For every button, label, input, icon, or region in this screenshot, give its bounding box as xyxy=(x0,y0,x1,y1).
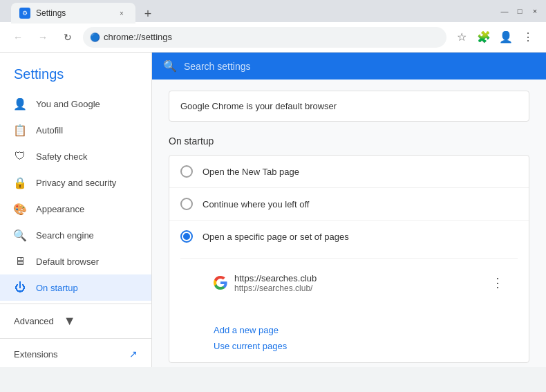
forward-button[interactable]: → xyxy=(33,28,53,47)
startup-page-url: https://searches.club xyxy=(234,273,482,283)
startup-pages-section: https://searches.club https://searches.c… xyxy=(180,258,518,310)
new-tab-button[interactable]: + xyxy=(138,4,158,24)
advanced-section: Advanced ▼ xyxy=(169,363,529,367)
content-inner: Google Chrome is your default browser On… xyxy=(152,80,546,367)
close-button[interactable]: × xyxy=(529,6,540,17)
sidebar-label-autofill: Autofill xyxy=(36,125,63,136)
sidebar-divider xyxy=(0,304,151,304)
on-startup-section-title: On startup xyxy=(169,136,529,147)
radio-circle-specific-pages xyxy=(180,230,193,243)
radio-label-new-tab: Open the New Tab page xyxy=(203,167,299,177)
bookmark-button[interactable]: ☆ xyxy=(452,28,471,47)
google-g-icon xyxy=(214,276,227,290)
sidebar-item-appearance[interactable]: 🎨 Appearance xyxy=(0,196,151,222)
default-browser-box: Google Chrome is your default browser xyxy=(169,91,529,122)
startup-page-info: https://searches.club https://searches.c… xyxy=(234,273,482,293)
palette-icon: 🎨 xyxy=(14,203,26,215)
power-icon: ⏻ xyxy=(14,281,26,294)
minimize-button[interactable]: — xyxy=(499,6,510,17)
title-bar: ⚙ Settings × + — □ × xyxy=(0,0,546,22)
sidebar-label-default-browser: Default browser xyxy=(36,256,99,267)
default-browser-text: Google Chrome is your default browser xyxy=(180,101,337,111)
maximize-button[interactable]: □ xyxy=(514,6,525,17)
action-links: Add a new page Use current pages xyxy=(180,319,298,362)
sidebar-divider-2 xyxy=(0,338,151,339)
sidebar-label-search: Search engine xyxy=(36,230,94,241)
search-settings-input[interactable] xyxy=(184,61,535,72)
radio-specific-pages[interactable]: Open a specific page or set of pages xyxy=(169,221,529,362)
external-link-icon: ↗ xyxy=(129,348,138,360)
use-current-pages-link[interactable]: Use current pages xyxy=(214,341,287,351)
address-input[interactable] xyxy=(83,27,446,48)
sidebar-advanced-label: Advanced xyxy=(14,316,54,326)
sidebar-label-on-startup: On startup xyxy=(36,283,78,293)
back-button[interactable]: ← xyxy=(8,28,28,47)
chevron-down-icon: ▼ xyxy=(64,314,76,328)
sidebar-item-on-startup[interactable]: ⏻ On startup xyxy=(0,274,151,301)
address-bar: ← → ↻ 🔵 ☆ 🧩 👤 ⋮ xyxy=(0,22,546,53)
menu-button[interactable]: ⋮ xyxy=(518,28,538,47)
radio-label-continue: Continue where you left off xyxy=(203,199,309,209)
sidebar-label-privacy: Privacy and security xyxy=(36,178,116,188)
main-layout: Settings 👤 You and Google 📋 Autofill 🛡 S… xyxy=(0,53,546,367)
shield-icon: 🛡 xyxy=(14,150,26,162)
extensions-button[interactable]: 🧩 xyxy=(474,28,493,47)
sidebar-item-you-and-google[interactable]: 👤 You and Google xyxy=(0,91,151,117)
tab-title: Settings xyxy=(36,8,111,18)
sidebar: Settings 👤 You and Google 📋 Autofill 🛡 S… xyxy=(0,53,152,367)
sidebar-item-default-browser[interactable]: 🖥 Default browser xyxy=(0,248,151,274)
sidebar-label-you-and-google: You and Google xyxy=(36,99,100,109)
search-bar: 🔍 xyxy=(152,53,546,80)
sidebar-label-safety-check: Safety check xyxy=(36,151,87,162)
person-icon: 👤 xyxy=(14,97,26,110)
sidebar-label-appearance: Appearance xyxy=(36,204,84,214)
sidebar-about-chrome[interactable]: About Chrome xyxy=(0,366,151,367)
radio-new-tab[interactable]: Open the New Tab page xyxy=(169,156,529,188)
radio-continue[interactable]: Continue where you left off xyxy=(169,188,529,221)
sidebar-item-safety-check[interactable]: 🛡 Safety check xyxy=(0,143,151,169)
sidebar-item-search-engine[interactable]: 🔍 Search engine xyxy=(0,222,151,248)
tab-favicon: ⚙ xyxy=(19,8,30,19)
address-input-wrap: 🔵 xyxy=(83,27,446,48)
reload-button[interactable]: ↻ xyxy=(58,28,77,47)
profile-button[interactable]: 👤 xyxy=(496,28,516,47)
settings-tab[interactable]: ⚙ Settings × xyxy=(11,3,135,24)
add-new-page-link[interactable]: Add a new page xyxy=(214,325,287,335)
monitor-icon: 🖥 xyxy=(14,255,26,268)
radio-circle-new-tab xyxy=(180,165,193,178)
startup-options-card: Open the New Tab page Continue where you… xyxy=(169,155,529,363)
sidebar-item-autofill[interactable]: 📋 Autofill xyxy=(0,117,151,143)
startup-page-sub-url: https://searches.club/ xyxy=(234,283,482,293)
toolbar-icons: ☆ 🧩 👤 ⋮ xyxy=(452,28,538,47)
content-area: 🔍 Google Chrome is your default browser … xyxy=(152,53,546,367)
lock-icon: 🔒 xyxy=(14,176,26,189)
site-info-icon: 🔵 xyxy=(90,32,100,42)
window-controls: — □ × xyxy=(499,6,540,17)
radio-label-specific-pages: Open a specific page or set of pages xyxy=(203,232,349,242)
sidebar-extensions[interactable]: Extensions ↗ xyxy=(0,342,151,366)
search-icon: 🔍 xyxy=(14,229,26,241)
sidebar-advanced[interactable]: Advanced ▼ xyxy=(0,307,151,335)
tab-close-button[interactable]: × xyxy=(116,8,127,19)
sidebar-title: Settings xyxy=(0,53,151,91)
startup-page-more-button[interactable]: ⋮ xyxy=(489,272,507,293)
autofill-icon: 📋 xyxy=(14,124,26,136)
sidebar-item-privacy-security[interactable]: 🔒 Privacy and security xyxy=(0,169,151,196)
sidebar-extensions-label: Extensions xyxy=(14,349,58,360)
search-icon-white: 🔍 xyxy=(163,59,177,73)
startup-page-item: https://searches.club https://searches.c… xyxy=(214,267,507,299)
radio-circle-continue xyxy=(180,198,193,210)
